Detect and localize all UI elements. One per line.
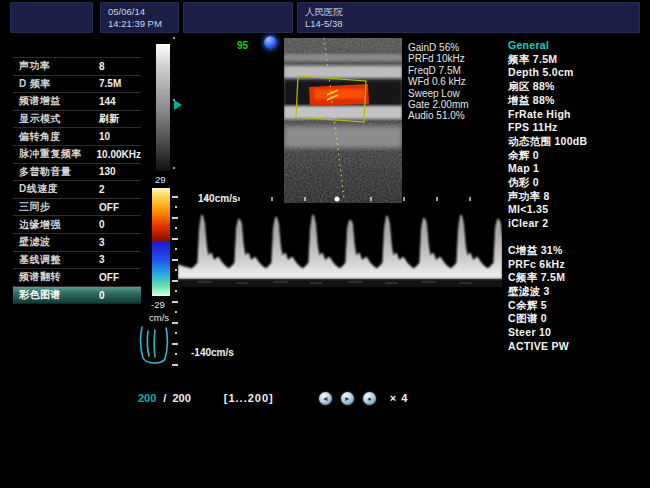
hospital-name: 人民医院 <box>305 6 639 18</box>
color-bar-cool-half <box>152 242 170 296</box>
sweep-position-dot <box>335 197 340 202</box>
color-doppler-bar <box>152 188 170 296</box>
left-parameter-panel: 声功率 8 D 频率 7.5M 频谱增益 144 显示模式 刷新 偏转角度 10… <box>13 57 141 304</box>
focus-position-arrow-icon[interactable] <box>174 100 182 110</box>
color-scale-unit: cm/s <box>149 312 169 323</box>
param-row-d-line-speed[interactable]: D线速度 2 <box>13 181 141 199</box>
param-line: 壁滤波 3 <box>508 285 648 299</box>
param-line: Audio 51.0% <box>408 110 469 121</box>
grayscale-map-bar <box>156 44 170 171</box>
param-line: PRFd 10kHz <box>408 53 469 64</box>
param-line: Steer 10 <box>508 326 648 340</box>
param-line: 增益 88% <box>508 94 648 108</box>
param-row-triplex[interactable]: 三同步 OFF <box>13 199 141 217</box>
depth-marker-dot <box>173 167 175 169</box>
param-line: GainD 56% <box>408 42 469 53</box>
cine-current-frame: 200 <box>138 392 156 404</box>
param-row-wall-filter[interactable]: 壁滤波 3 <box>13 234 141 252</box>
param-row-spectral-gain[interactable]: 频谱增益 144 <box>13 93 141 111</box>
param-line: PRFc 6kHz <box>508 258 648 272</box>
body-marker-icon[interactable] <box>139 324 171 370</box>
cine-separator: / <box>163 392 166 404</box>
right-parameter-panel: General 频率 7.5M Depth 5.0cm 扇区 88% 增益 88… <box>508 39 648 353</box>
exam-info-box <box>183 2 293 33</box>
param-row-display-mode[interactable]: 显示模式 刷新 <box>13 111 141 129</box>
param-line: 扇区 88% <box>508 80 648 94</box>
param-line: Sweep Low <box>408 88 469 99</box>
prev-frame-icon: ◄ <box>319 392 332 405</box>
cine-speed-multiplier: × 4 <box>390 392 409 404</box>
param-line: FPS 11Hz <box>508 121 648 135</box>
depth-marker-dot <box>173 37 175 39</box>
param-line: C图谱 0 <box>508 312 648 326</box>
param-row-d-frequency[interactable]: D 频率 7.5M <box>13 76 141 94</box>
param-row-edge-enhance[interactable]: 边缘增强 0 <box>13 216 141 234</box>
param-row-color-map-selected[interactable]: 彩色图谱 0 <box>13 287 141 305</box>
spectral-waveform <box>178 215 502 278</box>
color-scale-min: -29 <box>151 299 165 310</box>
param-row-prf[interactable]: 脉冲重复频率 10.00KHz <box>13 146 141 164</box>
general-section-header: General <box>508 39 648 53</box>
param-line: 伪彩 0 <box>508 176 648 190</box>
param-line: WFd 0.6 kHz <box>408 76 469 87</box>
param-line: MI<1.35 <box>508 203 648 217</box>
param-line: C频率 7.5M <box>508 271 648 285</box>
param-row-acoustic-power[interactable]: 声功率 8 <box>13 58 141 76</box>
cine-prev-button[interactable]: ◄ <box>319 392 332 405</box>
bmode-image[interactable] <box>284 38 402 203</box>
cine-play-button[interactable]: ► <box>341 392 354 405</box>
spectral-mirror-noise <box>178 280 502 287</box>
color-scale-max: 29 <box>155 174 166 185</box>
param-line: Map 1 <box>508 162 648 176</box>
param-line: 动态范围 100dB <box>508 135 648 149</box>
cine-playback-bar: 200 / 200 [1...200] ◄ ► ● × 4 <box>138 390 408 406</box>
param-row-steer-angle[interactable]: 偏转角度 10 <box>13 128 141 146</box>
probe-model: L14-5/38 <box>305 18 639 30</box>
param-line: Depth 5.0cm <box>508 66 648 80</box>
cine-total-frames: 200 <box>172 392 190 404</box>
param-line: FreqD 7.5M <box>408 65 469 76</box>
cine-frame-range: [1...200] <box>224 392 274 404</box>
stop-icon: ● <box>363 392 376 405</box>
b-gain-value: 95 <box>237 40 248 51</box>
param-line: Gate 2.00mm <box>408 99 469 110</box>
play-icon: ► <box>341 392 354 405</box>
param-line: 声功率 8 <box>508 190 648 204</box>
param-line: iClear 2 <box>508 217 648 231</box>
freeze-indicator-icon <box>264 36 277 49</box>
spectral-doppler-trace[interactable] <box>178 193 502 365</box>
color-flow-core <box>314 89 364 99</box>
color-bar-warm-half <box>152 188 170 242</box>
param-line: FrRate High <box>508 108 648 122</box>
deep-tissue-band <box>284 126 402 148</box>
doppler-parameter-overlay: GainD 56% PRFd 10kHz FreqD 7.5M WFd 0.6 … <box>408 42 469 122</box>
cine-stop-button[interactable]: ● <box>363 392 376 405</box>
datetime-box: 05/06/14 14:21:39 PM <box>100 2 179 33</box>
param-line: 余辉 0 <box>508 149 648 163</box>
param-row-spectrum-invert[interactable]: 频谱翻转 OFF <box>13 269 141 287</box>
time-text: 14:21:39 PM <box>108 18 178 30</box>
param-row-doppler-volume[interactable]: 多普勒音量 130 <box>13 164 141 182</box>
active-mode-label: ACTIVE PW <box>508 340 648 354</box>
ultrasound-screen: 05/06/14 14:21:39 PM 人民医院 L14-5/38 声功率 8… <box>0 0 650 488</box>
hospital-probe-box: 人民医院 L14-5/38 <box>297 2 640 33</box>
tissue-layer-band <box>284 54 402 61</box>
param-line: 频率 7.5M <box>508 53 648 67</box>
patient-info-box <box>10 2 93 33</box>
param-line: C增益 31% <box>508 244 648 258</box>
param-row-baseline[interactable]: 基线调整 3 <box>13 252 141 270</box>
date-text: 05/06/14 <box>108 6 178 18</box>
param-line: C余辉 5 <box>508 299 648 313</box>
